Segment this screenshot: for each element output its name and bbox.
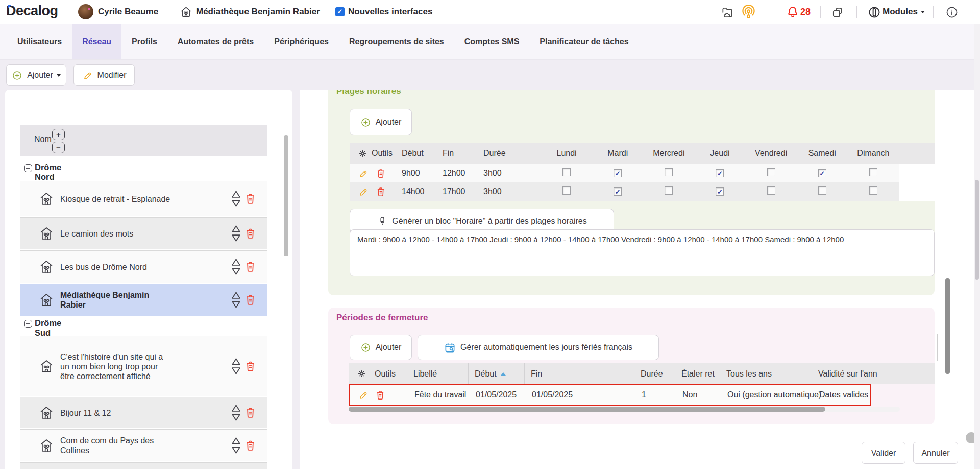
tree-item[interactable]: Les bus de Drôme Nord: [20, 250, 267, 283]
tab-regroupements-de-sites[interactable]: Regroupements de sites: [339, 24, 454, 59]
move-down-button[interactable]: [231, 300, 241, 311]
move-down-button[interactable]: [231, 267, 241, 277]
delete-row-button[interactable]: [375, 186, 386, 197]
day-checkbox-vendredi[interactable]: [767, 168, 775, 176]
tab-comptes-sms[interactable]: Comptes SMS: [454, 24, 530, 59]
move-down-button[interactable]: [231, 446, 241, 456]
day-checkbox-dimanche[interactable]: [869, 186, 877, 195]
day-checkbox-mercredi[interactable]: [665, 168, 673, 176]
day-checkbox-mardi[interactable]: [614, 187, 622, 196]
day-checkbox-lundi[interactable]: [562, 186, 571, 195]
tab-reseau[interactable]: Réseau: [72, 24, 121, 59]
validate-label: Valider: [871, 449, 896, 458]
edit-row-button[interactable]: [358, 168, 369, 179]
move-down-button[interactable]: [231, 413, 241, 424]
move-up-button[interactable]: [231, 437, 241, 447]
auto-holidays-button[interactable]: Gérer automatiquement les jours fériés f…: [418, 335, 659, 360]
tree-item[interactable]: Médiathèque Florent: [20, 462, 267, 469]
modules-menu[interactable]: Modules: [883, 7, 925, 17]
new-interfaces-label: Nouvelles interfaces: [348, 7, 432, 17]
day-checkbox-mercredi[interactable]: [665, 186, 673, 195]
day-checkbox-samedi[interactable]: [818, 186, 826, 195]
tab-peripheriques[interactable]: Périphériques: [264, 24, 339, 59]
delete-site-button[interactable]: [244, 293, 257, 308]
folder-cloud-icon[interactable]: [721, 6, 734, 19]
move-up-button[interactable]: [231, 358, 241, 368]
move-up-button[interactable]: [231, 190, 241, 200]
delete-site-button[interactable]: [244, 406, 257, 421]
column-etaler-retour[interactable]: Étaler ret: [675, 369, 720, 379]
collapse-node-icon[interactable]: [24, 164, 32, 172]
table-horizontal-scrollbar[interactable]: [349, 407, 900, 412]
add-button[interactable]: Ajouter: [6, 64, 66, 86]
modify-button[interactable]: Modifier: [74, 64, 135, 86]
add-closure-button[interactable]: Ajouter: [350, 335, 412, 360]
tree-scrollbar[interactable]: [284, 135, 288, 256]
delete-site-button[interactable]: [244, 192, 257, 207]
day-checkbox-jeudi[interactable]: [716, 169, 724, 177]
column-tous-les-ans[interactable]: Tous les ans: [720, 369, 812, 379]
validate-button[interactable]: Valider: [862, 442, 905, 464]
cancel-button[interactable]: Annuler: [913, 442, 958, 464]
chevron-down-icon: [921, 11, 925, 13]
tab-automates-de-prets[interactable]: Automates de prêts: [167, 24, 264, 59]
column-lundi: Lundi: [541, 149, 592, 158]
add-schedule-button[interactable]: Ajouter: [350, 109, 412, 135]
tree-item[interactable]: Bijour 11 & 12: [20, 397, 267, 428]
delete-site-button[interactable]: [244, 439, 257, 454]
generated-schedule-text[interactable]: Mardi : 9h00 à 12h00 - 14h00 à 17h00 Jeu…: [350, 229, 935, 276]
move-down-button[interactable]: [231, 234, 241, 244]
day-checkbox-dimanche[interactable]: [869, 168, 877, 176]
current-library-name[interactable]: Médiathèque Benjamin Rabier: [196, 7, 320, 17]
notification-count[interactable]: 28: [800, 7, 811, 17]
info-icon[interactable]: [945, 6, 959, 19]
section-title: Plages horaires: [336, 90, 401, 97]
delete-site-button[interactable]: [244, 260, 257, 275]
move-up-button[interactable]: [231, 258, 241, 268]
move-down-button[interactable]: [231, 199, 241, 209]
page-scrollbar[interactable]: [974, 0, 980, 469]
tree-item-selected[interactable]: Médiathèque Benjamin Rabier: [20, 284, 267, 316]
tree-item[interactable]: Kiosque de retrait - Esplanade: [20, 181, 267, 216]
move-down-button[interactable]: [231, 367, 241, 377]
copy-windows-icon[interactable]: [831, 6, 844, 19]
page-scrollbar-thumb[interactable]: [975, 180, 979, 280]
delete-site-button[interactable]: [244, 360, 257, 374]
tree-item[interactable]: Com de com du Pays des Collines: [20, 429, 267, 461]
user-name[interactable]: Cyrile Beaume: [98, 7, 158, 17]
tab-utilisateurs[interactable]: Utilisateurs: [7, 24, 72, 59]
column-duree[interactable]: Durée: [634, 369, 675, 379]
move-up-button[interactable]: [231, 291, 241, 301]
column-fin[interactable]: Fin: [525, 363, 634, 384]
move-up-button[interactable]: [231, 404, 241, 414]
collapse-node-icon[interactable]: [24, 320, 32, 328]
delete-row-button[interactable]: [375, 168, 386, 179]
new-interfaces-checkbox[interactable]: [335, 7, 345, 16]
notification-bell-icon[interactable]: [786, 5, 799, 18]
day-checkbox-jeudi[interactable]: [716, 187, 724, 196]
column-validite[interactable]: Validité sur l'ann: [812, 369, 935, 379]
closure-row-highlighted[interactable]: Fête du travail 01/05/2025 01/05/2025 1 …: [349, 384, 871, 406]
tree-item[interactable]: C'est l'histoire d'un site qui a un nom …: [20, 336, 267, 396]
scrollbar-thumb[interactable]: [349, 407, 825, 412]
day-checkbox-lundi[interactable]: [562, 168, 571, 176]
delete-row-button[interactable]: [375, 389, 386, 401]
decalog-logo[interactable]: Decalog: [6, 3, 58, 19]
collapse-all-button[interactable]: −: [52, 142, 65, 153]
day-checkbox-vendredi[interactable]: [767, 186, 775, 195]
delete-site-button[interactable]: [244, 227, 257, 242]
column-debut-sorted[interactable]: Début: [469, 363, 525, 384]
expand-all-button[interactable]: +: [52, 129, 65, 140]
tab-profils[interactable]: Profils: [121, 24, 167, 59]
day-checkbox-samedi[interactable]: [818, 169, 826, 177]
edit-row-button[interactable]: [358, 390, 369, 401]
edit-row-button[interactable]: [358, 186, 369, 197]
broadcast-icon[interactable]: [741, 5, 756, 19]
tab-planificateur-de-taches[interactable]: Planificateur de tâches: [529, 24, 639, 59]
tree-item[interactable]: Le camion des mots: [20, 217, 267, 249]
main-panel-scrollbar[interactable]: [945, 278, 950, 374]
move-up-button[interactable]: [231, 225, 241, 235]
day-checkbox-mardi[interactable]: [614, 169, 622, 177]
user-avatar[interactable]: [78, 4, 93, 19]
column-libelle[interactable]: Libellé: [407, 363, 469, 384]
